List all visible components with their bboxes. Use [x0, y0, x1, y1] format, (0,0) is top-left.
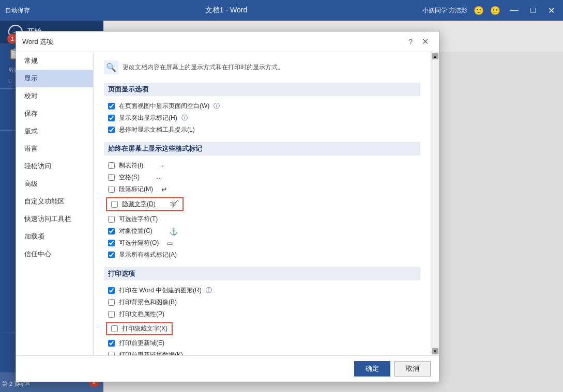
- checkbox-print-props-label: 打印文档属性(P): [119, 310, 164, 319]
- nav-item-display[interactable]: 显示: [16, 70, 93, 87]
- title-bar: 自动保存 文档1 - Word 小妖同学 方洁影 🙂 😐 — □ ✕: [0, 0, 563, 21]
- info-icon-highlight[interactable]: ⓘ: [181, 114, 188, 122]
- checkbox-update-links-label: 打印前更新链接数据(K): [119, 351, 183, 355]
- info-icon-print-drawings[interactable]: ⓘ: [206, 286, 212, 295]
- hidden-symbol: 字^: [170, 199, 179, 209]
- dialog-scrollbar[interactable]: ▲ ▼: [431, 52, 439, 355]
- dialog-footer: 确定 取消: [16, 355, 439, 382]
- checkbox-print-props-input[interactable]: [108, 311, 115, 318]
- ok-button[interactable]: 确定: [354, 361, 390, 377]
- content-description-header: 🔍 更改文档内容在屏幕上的显示方式和在打印时的显示方式。: [104, 60, 420, 76]
- dialog-titlebar: Word 选项 ? ✕: [16, 32, 439, 52]
- nav-item-customize[interactable]: 自定义功能区: [16, 193, 93, 210]
- checkbox-tab-label: 制表符(I): [119, 161, 143, 170]
- restore-button[interactable]: □: [527, 5, 539, 16]
- print-section-title: 打印选项: [104, 267, 420, 280]
- checkbox-show-tooltip-label: 悬停时显示文档工具提示(L): [119, 126, 195, 134]
- checkbox-print-hidden-input[interactable]: [111, 325, 118, 332]
- scroll-up-btn[interactable]: ▲: [432, 53, 438, 59]
- info-icon-whitespace[interactable]: ⓘ: [214, 102, 220, 111]
- checkbox-para-input[interactable]: [108, 186, 115, 193]
- checkbox-show-highlight-input[interactable]: [108, 115, 115, 121]
- person-icon: 😐: [490, 6, 500, 15]
- nav-item-language[interactable]: 语言: [16, 140, 93, 158]
- dialog-body: 常规 显示 校对 保存 版式 语言 轻松访问 高级 自定义功能区 快速访问工具栏…: [16, 52, 439, 355]
- hidden-text-highlight-box: 隐藏文字(D) 字^: [106, 197, 184, 211]
- checkbox-sep-input[interactable]: [108, 240, 115, 246]
- format-marks-section-title: 始终在屏幕上显示这些格式标记: [104, 142, 420, 155]
- page-display-section-title: 页面显示选项: [104, 83, 420, 96]
- dialog-close-button[interactable]: ✕: [418, 36, 433, 48]
- nav-item-quickaccess[interactable]: 快速访问工具栏: [16, 210, 93, 228]
- checkbox-optional-hyph-label: 可选连字符(T): [119, 215, 158, 224]
- autosave-label: 自动保存: [5, 6, 30, 15]
- checkbox-print-bg: 打印背景色和图像(B): [104, 296, 420, 308]
- nav-item-trustcenter[interactable]: 信任中心: [16, 245, 93, 263]
- checkbox-tab-input[interactable]: [108, 162, 115, 169]
- checkbox-all-marks-label: 显示所有格式标记(A): [119, 250, 177, 259]
- checkbox-update-links-input[interactable]: [108, 352, 115, 355]
- checkbox-all-marks-input[interactable]: [108, 252, 115, 258]
- nav-item-addins[interactable]: 加载项: [16, 228, 93, 245]
- user-name: 小妖同学 方洁影: [422, 6, 467, 15]
- checkbox-print-drawings: 打印在 Word 中创建的图形(R) ⓘ: [104, 285, 420, 296]
- minimize-button[interactable]: —: [507, 5, 521, 16]
- checkbox-show-highlight-label: 显示突出显示标记(H): [119, 114, 177, 122]
- checkbox-print-hidden-label: 打印隐藏文字(X): [122, 324, 168, 333]
- checkbox-print-drawings-label: 打印在 Word 中创建的图形(R): [119, 286, 202, 295]
- nav-item-general[interactable]: 常规: [16, 52, 93, 70]
- checkbox-show-whitespace-input[interactable]: [108, 103, 115, 109]
- checkbox-anchor-input[interactable]: [108, 228, 115, 234]
- checkbox-optional-hyph-input[interactable]: [108, 216, 115, 223]
- checkbox-show-highlight: 显示突出显示标记(H) ⓘ: [104, 112, 420, 124]
- checkbox-print-hidden-row: 打印隐藏文字(X): [104, 320, 420, 337]
- checkbox-update-links: 打印前更新链接数据(K): [104, 349, 420, 355]
- nav-item-proofing[interactable]: 校对: [16, 87, 93, 105]
- checkbox-hidden-input[interactable]: [111, 201, 118, 208]
- nav-item-advanced[interactable]: 高级: [16, 175, 93, 193]
- checkbox-show-tooltip-input[interactable]: [108, 127, 115, 133]
- sep-symbol: ▭: [167, 240, 173, 247]
- checkbox-print-bg-input[interactable]: [108, 299, 115, 306]
- checkbox-sep: 可选分隔符(O) ▭: [104, 237, 420, 249]
- checkbox-print-drawings-input[interactable]: [108, 287, 115, 294]
- checkbox-update-fields-label: 打印前更新域(E): [119, 339, 164, 348]
- title-bar-right: 小妖同学 方洁影 🙂 😐 — □ ✕: [422, 5, 558, 17]
- checkbox-sep-label: 可选分隔符(O): [119, 239, 159, 247]
- checkbox-all-marks: 显示所有格式标记(A): [104, 249, 420, 261]
- display-search-icon: 🔍: [104, 60, 118, 74]
- para-symbol: ↵: [161, 185, 168, 194]
- close-button[interactable]: ✕: [545, 5, 558, 17]
- print-hidden-highlight-box: 打印隐藏文字(X): [106, 322, 173, 335]
- checkbox-para: 段落标记(M) ↵: [104, 183, 420, 195]
- checkbox-update-fields-input[interactable]: [108, 340, 115, 347]
- checkbox-space: 空格(S) ···: [104, 171, 420, 183]
- dialog-controls: ? ✕: [405, 36, 433, 48]
- tab-symbol: →: [158, 162, 165, 170]
- doc-title: 文档1 - Word: [205, 6, 247, 15]
- space-symbol: ···: [156, 174, 162, 182]
- checkbox-print-props: 打印文档属性(P): [104, 308, 420, 320]
- cancel-button[interactable]: 取消: [394, 361, 431, 377]
- content-description: 更改文档内容在屏幕上的显示方式和在打印时的显示方式。: [123, 63, 284, 72]
- checkbox-optional-hyph: 可选连字符(T): [104, 213, 420, 225]
- anchor-symbol: ⚓: [169, 227, 178, 236]
- smiley-icon: 🙂: [474, 6, 484, 15]
- dialog-title: Word 选项: [22, 37, 53, 46]
- checkbox-hidden-label: 隐藏文字(D): [122, 200, 156, 209]
- checkbox-hidden-row: 隐藏文字(D) 字^: [104, 195, 420, 213]
- checkbox-show-whitespace: 在页面视图中显示页面间空白(W) ⓘ: [104, 100, 420, 112]
- nav-item-save[interactable]: 保存: [16, 105, 93, 122]
- nav-item-layout[interactable]: 版式: [16, 122, 93, 140]
- scroll-down-btn[interactable]: ▼: [432, 348, 438, 354]
- checkbox-anchor: 对象位置(C) ⚓: [104, 225, 420, 237]
- dialog-help-button[interactable]: ?: [405, 37, 416, 47]
- checkbox-para-label: 段落标记(M): [119, 185, 153, 194]
- nav-item-accessibility[interactable]: 轻松访问: [16, 158, 93, 175]
- checkbox-space-label: 空格(S): [119, 173, 140, 182]
- checkbox-space-input[interactable]: [108, 174, 115, 181]
- word-options-dialog: Word 选项 ? ✕ 常规 显示 校对 保存 版式 语言 轻松访问 高级 自定…: [16, 31, 439, 382]
- checkbox-anchor-label: 对象位置(C): [119, 227, 153, 236]
- dialog-overlay: Word 选项 ? ✕ 常规 显示 校对 保存 版式 语言 轻松访问 高级 自定…: [0, 21, 563, 392]
- checkbox-show-tooltip: 悬停时显示文档工具提示(L): [104, 124, 420, 136]
